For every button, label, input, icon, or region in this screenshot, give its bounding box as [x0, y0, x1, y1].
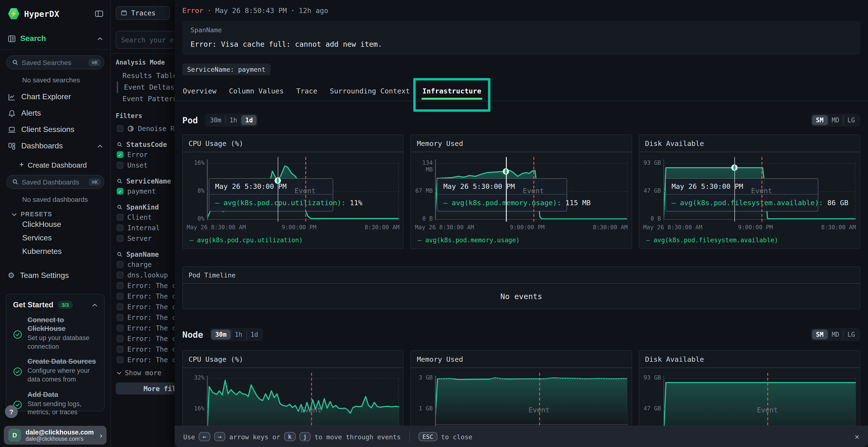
presets-toggle[interactable]: PRESETS: [0, 203, 111, 218]
filter-option[interactable]: ✓Error: [111, 149, 175, 160]
x-tick-label: May 26 8:30:00 AM: [187, 224, 246, 231]
filter-option[interactable]: ✓payment: [111, 186, 175, 197]
filter-option-label: Error: The cr: [127, 303, 175, 311]
filter-option[interactable]: Error: The cr: [111, 291, 175, 302]
span-name-value: Error: Visa cache full: cannot add new i…: [190, 40, 852, 49]
filter-option[interactable]: Error: The cr: [111, 323, 175, 333]
checkbox-checked[interactable]: ✓: [117, 151, 123, 158]
tab-infrastructure[interactable]: Infrastructure: [416, 81, 488, 101]
checkbox-unchecked[interactable]: [117, 162, 123, 169]
pod-size-sm[interactable]: SM: [812, 115, 827, 125]
tab-overview[interactable]: Overview: [177, 81, 223, 101]
node-range-1d[interactable]: 1d: [246, 330, 262, 340]
filter-option[interactable]: Unset: [111, 160, 175, 171]
chevron-up-icon[interactable]: [97, 37, 103, 40]
analysis-mode-event-deltas[interactable]: Event Deltas: [111, 81, 175, 93]
filter-option[interactable]: charge: [111, 259, 175, 270]
checkbox-unchecked[interactable]: [117, 346, 123, 353]
chevron-right-icon: ›: [100, 431, 102, 439]
sidebar-item-search[interactable]: Search: [0, 20, 111, 43]
filter-option[interactable]: Error: The cr: [111, 280, 175, 291]
sidebar-item-dashboards[interactable]: Dashboards: [0, 138, 111, 154]
get-started-task[interactable]: Connect to ClickHouseSet up your databas…: [13, 315, 97, 351]
saved-dashboards-input[interactable]: Saved Dashboards ⌘K: [6, 175, 104, 189]
service-name-chip[interactable]: ServiceName: payment: [182, 64, 270, 75]
checkbox-unchecked[interactable]: [117, 325, 123, 332]
pod-range-1d[interactable]: 1d: [241, 115, 256, 125]
search-icon[interactable]: [117, 251, 123, 257]
checkbox-unchecked[interactable]: [117, 272, 123, 278]
node-size-lg[interactable]: LG: [843, 330, 859, 340]
analysis-mode-results-table[interactable]: Results Table: [111, 70, 175, 81]
checkbox-checked[interactable]: ✓: [117, 188, 123, 195]
checkbox-unchecked[interactable]: [117, 293, 123, 300]
filter-option[interactable]: Error: The cr: [111, 312, 175, 323]
tab-trace[interactable]: Trace: [290, 81, 323, 101]
tab-surrounding-context[interactable]: Surrounding Context: [323, 81, 416, 101]
filter-group-servicename: ServiceName: [111, 171, 175, 186]
preset-item-services[interactable]: Services: [0, 231, 111, 245]
analysis-mode-event-patterns[interactable]: Event Patterns: [111, 93, 175, 105]
more-filters-button[interactable]: More fil: [116, 382, 175, 394]
checkbox-unchecked[interactable]: [117, 214, 123, 220]
close-icon[interactable]: ✕: [855, 432, 859, 441]
checkbox-unchecked[interactable]: [117, 356, 123, 363]
preset-item-kubernetes[interactable]: Kubernetes: [0, 245, 111, 258]
team-settings-label: Team Settings: [20, 271, 69, 280]
create-dashboard-button[interactable]: + Create Dashboard: [0, 154, 111, 169]
filter-option[interactable]: dns.lookup: [111, 270, 175, 280]
filter-option[interactable]: Error: The cr: [111, 344, 175, 354]
node-range-30m[interactable]: 30m: [212, 330, 230, 340]
sidebar-item-client-sessions[interactable]: Client Sessions: [0, 122, 111, 138]
sidebar-item-team-settings[interactable]: ⚙ Team Settings: [0, 258, 111, 280]
search-icon[interactable]: [117, 142, 123, 147]
j-key[interactable]: j: [299, 432, 311, 441]
filter-option[interactable]: Client: [111, 212, 175, 222]
checkbox-unchecked[interactable]: [117, 314, 123, 321]
checkbox-unchecked[interactable]: [117, 235, 123, 242]
arrow-right-key[interactable]: →: [214, 432, 225, 441]
saved-searches-input[interactable]: Saved Searches ⌘K: [6, 56, 104, 69]
get-started-task[interactable]: Add DataStart sending logs, metrics, or …: [13, 390, 97, 416]
k-key[interactable]: k: [284, 432, 296, 441]
preset-item-clickhouse[interactable]: ClickHouse: [0, 218, 111, 231]
checkbox-unchecked[interactable]: [117, 282, 123, 289]
collapse-sidebar-icon[interactable]: [94, 10, 104, 18]
node-size-md[interactable]: MD: [827, 330, 843, 340]
sidebar-item-alerts[interactable]: Alerts: [0, 105, 111, 122]
chevron-up-icon[interactable]: [92, 303, 97, 307]
show-more-button[interactable]: Show more: [111, 365, 175, 377]
tab-column-values[interactable]: Column Values: [223, 81, 290, 101]
gridline-right: [399, 162, 399, 219]
denoise-toggle[interactable]: Denoise Re: [111, 123, 175, 134]
esc-key[interactable]: ESC: [418, 432, 437, 441]
user-menu[interactable]: D dale@clickhouse.com dale@clickhouse.co…: [4, 426, 106, 445]
filter-option[interactable]: Error: The cr: [111, 354, 175, 365]
checkbox-unchecked[interactable]: [117, 125, 123, 132]
filter-option[interactable]: Internal: [111, 222, 175, 233]
source-select[interactable]: Traces: [116, 6, 170, 20]
get-started-task[interactable]: Create Data SourcesConfigure where your …: [13, 357, 97, 384]
pod-size-lg[interactable]: LG: [843, 115, 859, 125]
pod-range-1h[interactable]: 1h: [225, 115, 241, 125]
arrow-left-key[interactable]: ←: [199, 432, 210, 441]
sidebar-item-chart-explorer[interactable]: Chart Explorer: [0, 89, 111, 105]
node-size-sm[interactable]: SM: [812, 330, 827, 340]
pod-range-30m[interactable]: 30m: [206, 115, 225, 125]
help-button[interactable]: ?: [5, 405, 18, 418]
filter-option[interactable]: Error: The cr: [111, 302, 175, 312]
checkbox-unchecked[interactable]: [117, 261, 123, 268]
filter-option[interactable]: Error: The cr: [111, 333, 175, 344]
event-search-input[interactable]: Search your e: [116, 31, 175, 49]
search-icon[interactable]: [117, 178, 123, 184]
filter-option[interactable]: Server: [111, 233, 175, 244]
chevron-up-icon[interactable]: [97, 144, 103, 148]
search-icon[interactable]: [117, 204, 123, 210]
node-range-1h[interactable]: 1h: [230, 330, 246, 340]
checkbox-unchecked[interactable]: [117, 225, 123, 231]
checkbox-unchecked[interactable]: [117, 335, 123, 342]
y-tick-label: 47 GB: [642, 406, 661, 412]
pod-size-md[interactable]: MD: [827, 115, 843, 125]
separator-dot: ·: [291, 7, 295, 14]
checkbox-unchecked[interactable]: [117, 304, 123, 310]
